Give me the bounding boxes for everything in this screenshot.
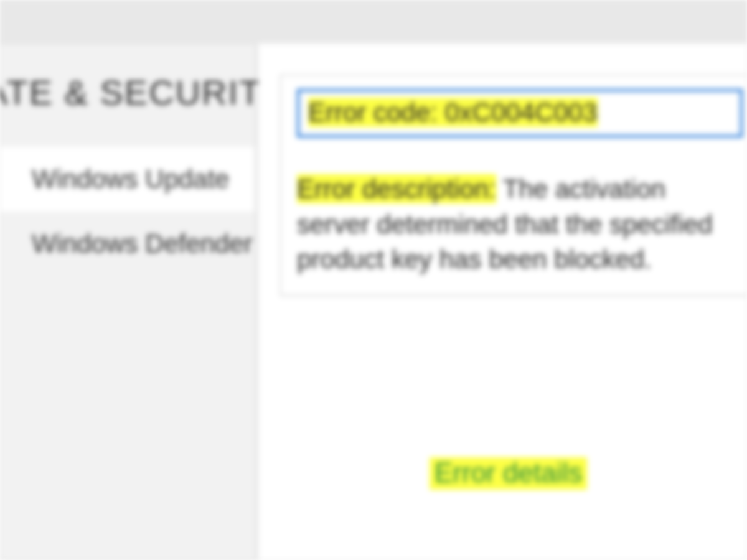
error-details-link[interactable]: Error details [430,457,587,490]
section-title-update-security: UPDATE & SECURITY [0,72,255,113]
sidebar-item-label: Windows Update [32,164,229,194]
settings-window: UPDATE & SECURITY Windows Update Windows… [0,0,747,560]
error-description-label: Error description: [297,174,496,203]
error-code-box: Error code: 0xC004C003 [297,89,743,138]
sidebar-item-windows-defender[interactable]: Windows Defender [0,212,255,276]
sidebar-item-windows-update[interactable]: Windows Update [0,147,255,212]
error-description: Error description: The activation server… [297,172,743,278]
error-tooltip: Error code: 0xC004C003 Error description… [280,75,747,296]
sidebar-item-label: Windows Defender [32,229,253,258]
sidebar: UPDATE & SECURITY Windows Update Windows… [0,44,255,560]
error-code-text: Error code: 0xC004C003 [308,98,598,127]
secondary-link-fragment[interactable] [411,535,722,554]
